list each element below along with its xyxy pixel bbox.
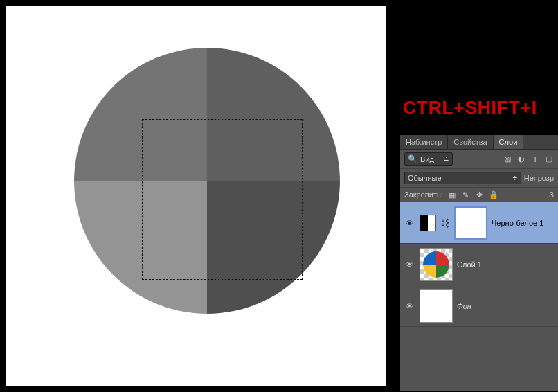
blend-mode-row: Обычные ≑ Непрозр: [400, 169, 558, 188]
layer-filter-dropdown[interactable]: 🔍 Вид ≑: [404, 152, 453, 166]
layer-row-image[interactable]: 👁 Слой 1: [400, 244, 558, 285]
lock-position-icon[interactable]: ✥: [475, 190, 485, 199]
panel-tabs: Наб.инстр Свойства Слои: [400, 135, 558, 150]
layer-name[interactable]: Слой 1: [457, 260, 555, 269]
chevron-down-icon: ≑: [512, 175, 518, 181]
visibility-toggle[interactable]: 👁: [403, 260, 415, 269]
link-mask-icon[interactable]: ⛓: [440, 217, 450, 229]
layer-thumb[interactable]: [420, 289, 453, 323]
filter-text-icon[interactable]: T: [530, 154, 540, 164]
layers-list: 👁 ⛓ Черно-белое 1 👁 Слой 1 👁 Фон: [400, 202, 558, 327]
filter-label: Вид: [420, 155, 434, 163]
blend-mode-value: Обычные: [408, 174, 442, 182]
opacity-label: Непрозр: [524, 174, 554, 182]
visibility-toggle[interactable]: 👁: [403, 219, 415, 227]
layer-name[interactable]: Черно-белое 1: [492, 219, 555, 227]
layer-row-background[interactable]: 👁 Фон: [400, 285, 558, 327]
lock-label: Закрепить:: [404, 190, 443, 199]
filter-image-icon[interactable]: ▨: [503, 154, 512, 164]
fill-label: З: [549, 190, 554, 199]
shortcut-annotation: CTRL+SHIFT+I: [403, 97, 537, 118]
lock-all-icon[interactable]: 🔒: [489, 190, 498, 199]
search-icon: 🔍: [408, 154, 417, 163]
filter-adjustment-icon[interactable]: ◐: [516, 154, 526, 164]
layer-name[interactable]: Фон: [457, 302, 555, 310]
blend-mode-dropdown[interactable]: Обычные ≑: [404, 172, 521, 184]
lock-paint-icon[interactable]: ✎: [461, 190, 471, 199]
adjustment-icon: [420, 215, 436, 231]
layer-row-adjustment[interactable]: 👁 ⛓ Черно-белое 1: [400, 202, 558, 244]
canvas-selection-border: [6, 6, 386, 386]
visibility-toggle[interactable]: 👁: [403, 302, 415, 310]
layer-filter-row: 🔍 Вид ≑ ▨ ◐ T ▢: [400, 150, 558, 169]
tab-toolpresets[interactable]: Наб.инстр: [400, 135, 448, 149]
layer-mask-thumb[interactable]: [454, 206, 487, 240]
lock-row: Закрепить: ▦ ✎ ✥ 🔒 З: [400, 188, 558, 202]
layers-panel: Наб.инстр Свойства Слои 🔍 Вид ≑ ▨ ◐ T ▢ …: [400, 135, 558, 391]
chevron-down-icon: ≑: [444, 156, 449, 163]
selection-marquee: [142, 119, 303, 280]
lock-transparency-icon[interactable]: ▦: [447, 190, 457, 199]
layer-thumb[interactable]: [420, 248, 453, 281]
tab-layers[interactable]: Слои: [494, 135, 524, 149]
canvas[interactable]: [33, 13, 384, 365]
tab-properties[interactable]: Свойства: [448, 135, 493, 149]
filter-shape-icon[interactable]: ▢: [544, 154, 554, 164]
